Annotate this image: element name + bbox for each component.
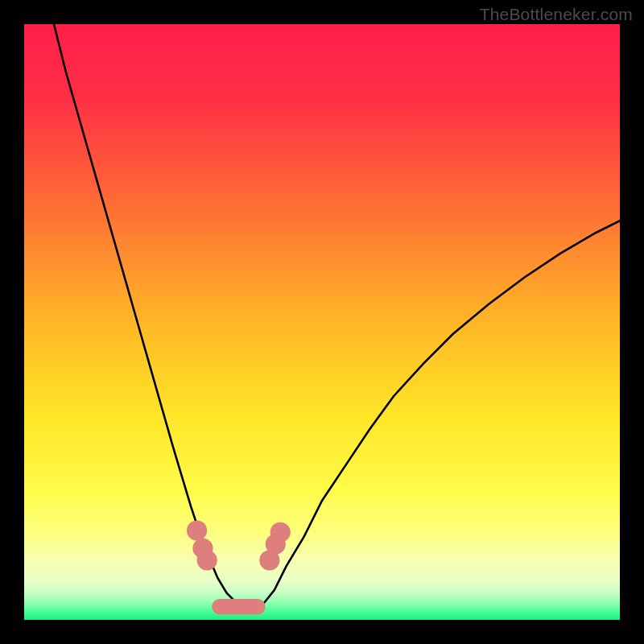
curve-layer	[24, 24, 620, 620]
marker-dot	[188, 521, 207, 540]
marker-group	[188, 521, 290, 614]
curve-left-branch	[54, 24, 250, 610]
chart-frame: TheBottleneker.com	[0, 0, 644, 644]
watermark-text: TheBottleneker.com	[480, 5, 633, 24]
plot-area	[24, 24, 620, 620]
curve-right-branch	[250, 221, 620, 610]
marker-dot	[270, 522, 290, 542]
marker-dot	[197, 551, 217, 570]
marker-band	[212, 599, 266, 614]
